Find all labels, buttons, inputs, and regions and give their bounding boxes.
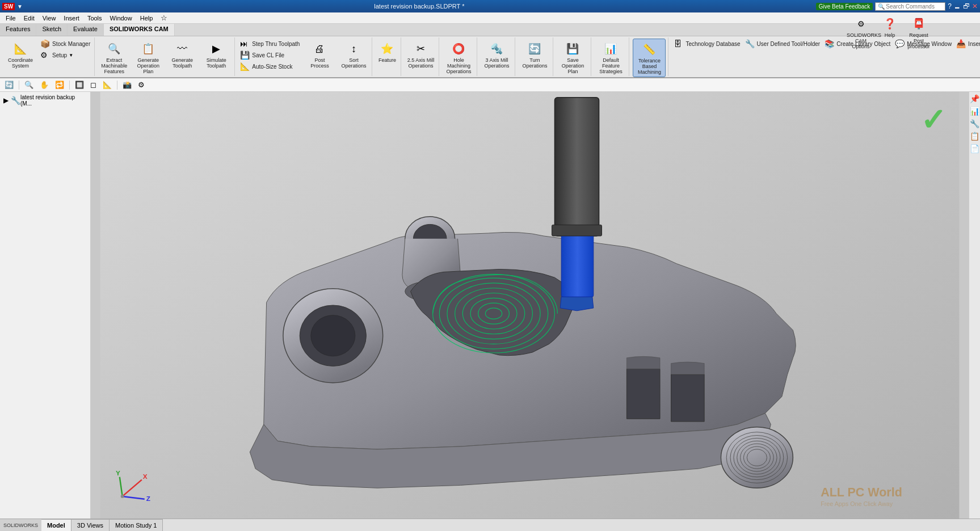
rp-btn-5[interactable]: 📄 [969, 143, 980, 154]
menu-view[interactable]: View [39, 14, 60, 23]
camera-btn[interactable]: 📸 [120, 79, 134, 90]
solidworks-logo: SW [2, 3, 15, 10]
save-op-plan-btn[interactable]: 💾 Save Operation Plan [557, 39, 588, 76]
sort-operations-btn[interactable]: ↕ Sort Operations [338, 39, 369, 70]
tab-sketch[interactable]: Sketch [36, 24, 68, 36]
maximize-btn[interactable]: 🗗 [963, 2, 970, 10]
request-post-btn[interactable]: 📮 Request Post processor [903, 36, 935, 51]
ribbon-group-3axis: 🔩 3 Axis Mill Operations [478, 37, 515, 76]
menu-question[interactable]: ☆ [157, 12, 171, 23]
turn-ops-btn[interactable]: 🔄 Turn Operations [519, 39, 550, 70]
view-pan-btn[interactable]: ✋ [37, 79, 51, 90]
svg-text:Y: Y [116, 469, 120, 477]
setup-icon: ⚙ [40, 50, 51, 60]
beta-feedback-btn[interactable]: Give Beta Feedback [816, 3, 873, 10]
wireframe-btn[interactable]: ◻ [88, 79, 99, 90]
bottom-bar: SOLIDWORKS Model 3D Views Motion Study 1 [0, 519, 980, 531]
menu-tools[interactable]: Tools [84, 14, 106, 23]
25axis-btn[interactable]: ✂ 2.5 Axis Mill Operations [405, 39, 436, 70]
ribbon-group-25axis: ✂ 2.5 Axis Mill Operations [402, 37, 439, 76]
section-view-btn[interactable]: 📐 [100, 79, 114, 90]
right-panel: 📌 📊 🔧 📋 📄 [969, 92, 980, 519]
simulate-toolpath-btn[interactable]: ▶ Simulate Toolpath [200, 39, 232, 70]
ribbon-tabs: Features Sketch Evaluate SOLIDWORKS CAM [0, 24, 980, 36]
ribbon-group-feature: ⭐ Feature [373, 37, 401, 76]
help-large-btn[interactable]: ❓ Help [879, 36, 901, 51]
coordinate-icon: 📐 [11, 40, 30, 58]
post-process-btn[interactable]: 🖨 Post Process [304, 39, 335, 70]
toolbar-sep-2 [69, 81, 70, 90]
menu-help[interactable]: Help [137, 14, 157, 23]
rp-btn-2[interactable]: 📊 [969, 106, 980, 117]
generate-op-plan-btn[interactable]: 📋 Generate Operation Plan [132, 39, 164, 76]
simulate-icon: ▶ [207, 40, 225, 58]
display-style-btn[interactable]: 🔲 [73, 79, 86, 90]
tab-3dviews[interactable]: 3D Views [71, 519, 110, 531]
3axis-btn[interactable]: 🔩 3 Axis Mill Operations [481, 39, 512, 70]
user-defined-tool-btn[interactable]: 🔧 User Defined Tool/Holder [743, 39, 822, 49]
tab-model[interactable]: Model [41, 519, 71, 531]
auto-size-stock-btn[interactable]: 📐 Auto-Size Stock [238, 61, 301, 71]
view-rotate-btn[interactable]: 🔁 [53, 79, 66, 90]
stock-manager-btn[interactable]: 📦 Stock Manager [39, 39, 92, 49]
extract-icon: 🔍 [105, 40, 123, 58]
viewport[interactable]: X Y Z ✓ ALL PC World Free Apps One Click… [91, 92, 969, 519]
feature-btn[interactable]: ⭐ Feature [376, 39, 398, 65]
rp-btn-4[interactable]: 📋 [969, 130, 980, 142]
view-zoom-btn[interactable]: 🔍 [22, 79, 36, 90]
save-cl-file-btn[interactable]: 💾 Save CL File [238, 50, 301, 60]
gen-op-icon: 📋 [139, 40, 157, 58]
menu-bar: File Edit View Insert Tools Window Help … [0, 12, 980, 24]
tree-root-icon: 🔧 [11, 96, 20, 105]
setup-dropdown-icon: ▼ [69, 53, 73, 58]
menu-icon[interactable]: ▼ [17, 3, 23, 10]
menu-edit[interactable]: Edit [20, 14, 38, 23]
tree-root-item[interactable]: ▶ 🔧 latest revision backup (M... [1, 93, 89, 108]
hole-icon: ⭕ [449, 40, 468, 58]
svg-point-32 [121, 495, 124, 498]
tech-database-btn[interactable]: 🗄 Technology Database [672, 39, 742, 49]
rp-btn-1[interactable]: 📌 [969, 93, 980, 104]
tolerance-based-btn[interactable]: 📏 Tolerance Based Machining [633, 39, 666, 77]
search-commands-input[interactable] [886, 3, 943, 10]
view-orient-btn[interactable]: 🔄 [2, 79, 16, 90]
menu-window[interactable]: Window [107, 14, 136, 23]
setup-btn[interactable]: ⚙ Setup ▼ [39, 50, 92, 60]
title-bar: SW ▼ latest revision backup.SLDPRT * Giv… [0, 0, 980, 12]
step-thru-icon: ⏭ [240, 39, 250, 48]
svg-point-3 [311, 315, 355, 356]
svg-text:✓: ✓ [920, 103, 946, 137]
svg-rect-25 [552, 225, 602, 236]
insert-library-btn[interactable]: 📥 Insert Library Object [954, 39, 980, 49]
tab-motion-study[interactable]: Motion Study 1 [110, 519, 163, 531]
ribbon: Features Sketch Evaluate SOLIDWORKS CAM … [0, 24, 980, 78]
generate-toolpath-btn[interactable]: 〰 Generate Toolpath [166, 39, 198, 70]
hole-machining-btn[interactable]: ⭕ Hole Machining Operations [443, 39, 474, 76]
tab-solidworks-cam[interactable]: SOLIDWORKS CAM [104, 24, 175, 36]
tab-features[interactable]: Features [0, 24, 36, 36]
user-tool-icon: 🔧 [745, 39, 755, 48]
title-text: latest revision backup.SLDPRT * [23, 3, 816, 10]
tree-expand-icon: ▶ [3, 96, 9, 104]
svg-text:Free Apps One Click Away: Free Apps One Click Away [821, 501, 893, 508]
close-btn[interactable]: ✕ [972, 2, 978, 10]
save-cl-icon: 💾 [240, 50, 250, 60]
view-toolbar: 🔄 🔍 ✋ 🔁 🔲 ◻ 📐 📸 ⚙ [0, 78, 980, 92]
step-thru-toolpath-btn[interactable]: ⏭ Step Thru Toolpath [238, 39, 301, 49]
extract-machinable-btn[interactable]: 🔍 Extract Machinable Features [98, 39, 130, 76]
ribbon-group-extract: 🔍 Extract Machinable Features 📋 Generate… [96, 37, 235, 76]
menu-insert[interactable]: Insert [60, 14, 83, 23]
default-feature-btn[interactable]: 📊 Default Feature Strategies [595, 39, 626, 76]
menu-file[interactable]: File [2, 14, 19, 23]
tab-evaluate[interactable]: Evaluate [68, 24, 104, 36]
gen-toolpath-icon: 〰 [173, 40, 191, 58]
tree-root-label: latest revision backup (M... [20, 94, 87, 107]
ribbon-group-turn: 🔄 Turn Operations [516, 37, 553, 76]
settings-btn[interactable]: ⚙ [136, 79, 147, 90]
coordinate-system-btn[interactable]: 📐 Coordinate System [5, 39, 36, 70]
rp-btn-3[interactable]: 🔧 [969, 118, 980, 129]
solidworks-cam-opts-btn[interactable]: ⚙ SOLIDWORKS CAM Options [845, 36, 877, 51]
left-panel: ▶ 🔧 latest revision backup (M... [0, 92, 91, 519]
bottom-left-brand: SOLIDWORKS [0, 519, 41, 531]
minimize-btn[interactable]: 🗕 [954, 2, 961, 10]
